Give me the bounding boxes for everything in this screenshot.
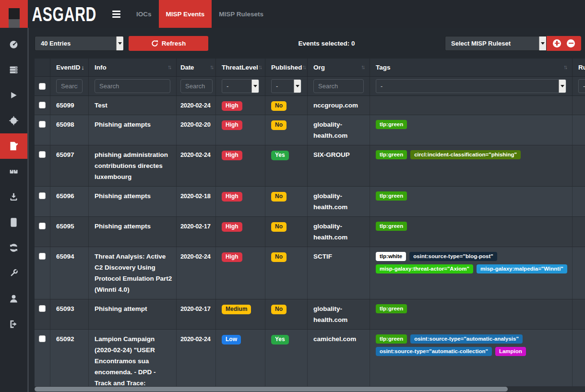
tab-misp-rulesets[interactable]: MISP Rulesets [212,0,271,28]
date-filter-input[interactable] [180,79,213,93]
minus-circle-icon[interactable] [567,39,575,48]
threat-level-badge: High [222,222,242,232]
sidebar-item-ioc-management[interactable] [0,133,27,159]
asgard-logo[interactable] [0,0,28,28]
tag: tlp:green [376,120,407,129]
rulesets-filter-select[interactable]: - [578,79,585,93]
sort-icon[interactable]: ↑↓ [302,62,307,73]
rulesets-cell [573,145,585,186]
org-cell: nccgroup.com [308,96,370,115]
entries-select-value: 40 Entries [35,36,116,50]
tags-filter-select[interactable]: - [376,79,566,93]
info-filter-input[interactable] [95,79,170,93]
sidebar-item-packages[interactable] [0,159,27,184]
header-org[interactable]: Org↑↓ [308,59,370,76]
tag: tlp:green [376,222,407,231]
event-id-cell: 65095 [50,217,89,247]
sidebar-item-scans[interactable] [0,108,27,133]
sort-icon[interactable]: ↑↓ [563,62,568,73]
refresh-button[interactable]: Refresh [129,36,208,51]
servers-icon [9,65,19,75]
sort-icon[interactable]: ↑↓ [361,62,366,73]
sidebar-item-logout[interactable] [0,311,27,337]
crosshair-target-icon [9,116,19,126]
header-date[interactable]: Date↑↓ [177,59,216,76]
threat-level-badge: High [222,101,242,111]
ruleset-assign-group: Select MISP Ruleset [445,36,581,51]
sidebar-item-tasks[interactable] [0,83,27,108]
info-cell: Phishing attempts [89,187,177,216]
plus-circle-icon[interactable] [553,39,561,48]
row-checkbox[interactable] [39,192,46,199]
row-checkbox[interactable] [39,253,46,260]
sidebar-item-licenses[interactable] [0,210,27,235]
row-checkbox[interactable] [39,151,46,158]
threat-level-filter-select[interactable]: - [222,79,259,93]
date-cell: 2020-02-24 [177,330,216,392]
header-rulesets[interactable]: Ru [573,59,585,76]
row-checkbox[interactable] [39,335,46,342]
header-info[interactable]: Info↑↓ [89,59,177,76]
tag: tlp:green [376,191,407,201]
published-badge: Yes [271,151,289,160]
header-select [35,59,50,76]
sidebar-item-users[interactable] [0,286,27,311]
info-cell: Phishing attempt [89,299,177,329]
event-id-filter-input[interactable] [56,79,83,93]
header-event-id[interactable]: EventID↓ [50,59,89,76]
header-threat-level[interactable]: ThreatLevel↑↓ [216,59,265,76]
event-id-cell: 65098 [50,115,89,145]
sidebar-item-downloads[interactable] [0,184,27,210]
published-badge: No [271,222,287,232]
published-filter-select[interactable]: - [271,79,301,93]
row-checkbox[interactable] [39,102,46,108]
header-tags[interactable]: Tags↑↓ [370,59,573,76]
wrench-icon [9,268,19,278]
header-published[interactable]: Published↑↓ [265,59,308,76]
row-checkbox[interactable] [39,223,46,229]
org-filter-input[interactable] [313,79,364,93]
date-cell: 2020-02-24 [177,96,216,115]
rulesets-cell [573,187,585,216]
chevron-down-icon [294,80,301,93]
rulesets-cell [573,247,585,299]
event-id-cell: 65099 [50,96,89,115]
logo-dark-square [9,8,20,19]
download-icon [9,192,19,202]
published-badge: No [271,192,287,202]
info-cell: Test [89,96,177,115]
threat-level-badge: Medium [222,305,251,314]
row-checkbox[interactable] [39,305,46,312]
misp-ruleset-select[interactable]: Select MISP Ruleset [445,36,547,51]
threat-level-badge: High [222,252,242,262]
chevron-down-icon [539,36,546,50]
play-icon [9,90,19,100]
info-cell: Lampion Campaign (2020-02-24) "USER Enco… [89,330,177,392]
tab-misp-events[interactable]: MISP Events [159,0,212,28]
row-checkbox[interactable] [39,121,46,128]
table-row: 65096 Phishing attempts 2020-02-18 High … [35,187,585,217]
sidebar-item-updates[interactable] [0,235,27,261]
hamburger-icon[interactable] [112,11,120,18]
org-cell: globality-health.com [308,115,370,145]
sidebar-item-settings[interactable] [0,261,27,286]
sidebar-item-services[interactable] [0,57,27,83]
horizontal-scrollbar[interactable] [35,386,585,392]
select-all-checkbox[interactable] [39,83,46,90]
boxes-icon [9,166,19,177]
scrollbar-thumb[interactable] [35,387,508,392]
sort-icon[interactable]: ↑↓ [167,62,172,73]
misp-events-table: EventID↓ Info↑↓ Date↑↓ ThreatLevel↑↓ Pub… [35,59,585,392]
sort-icon[interactable]: ↑↓ [258,62,263,73]
table-header-row: EventID↓ Info↑↓ Date↑↓ ThreatLevel↑↓ Pub… [35,59,585,77]
tab-iocs[interactable]: IOCs [129,0,159,28]
table-row: 65093 Phishing attempt 2020-02-17 Medium… [35,299,585,330]
tag: tlp:green [376,304,407,313]
entries-per-page-select[interactable]: 40 Entries [35,36,124,51]
sidebar-item-dashboard[interactable] [0,32,27,57]
table-row: 65099 Test 2020-02-24 High No nccgroup.c… [35,96,585,115]
event-id-cell: 65092 [50,330,89,392]
chevron-down-icon [116,36,123,50]
sort-icon[interactable]: ↑↓ [210,62,215,73]
table-row: 65098 Phishing attempts 2020-02-20 High … [35,115,585,145]
